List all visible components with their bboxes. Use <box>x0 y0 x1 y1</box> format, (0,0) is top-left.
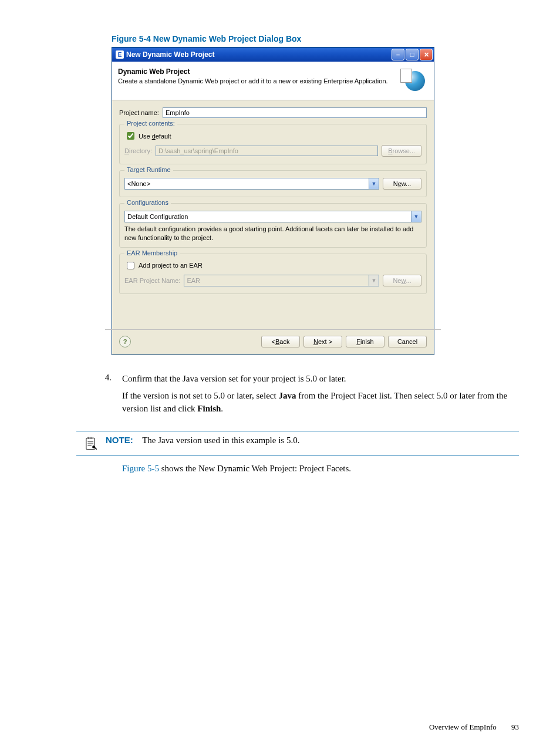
new-runtime-button[interactable]: New... <box>383 178 421 190</box>
target-runtime-legend: Target Runtime <box>124 166 173 173</box>
dialog-window: E New Dynamic Web Project – □ ✕ Dynamic … <box>112 47 434 355</box>
configuration-value: Default Configuration <box>127 213 188 220</box>
project-name-label: Project name: <box>119 109 159 116</box>
configuration-combo[interactable]: Default Configuration ▼ <box>124 211 421 222</box>
chevron-down-icon: ▼ <box>369 275 379 286</box>
ear-name-combo: EAR ▼ <box>184 275 379 286</box>
dialog-button-row: ? < Back Next > Finish Cancel <box>112 330 434 355</box>
minimize-button[interactable]: – <box>392 49 404 60</box>
runtime-value: <None> <box>127 180 150 187</box>
help-icon[interactable]: ? <box>119 336 131 347</box>
browse-button: Browse... <box>382 145 421 157</box>
chevron-down-icon[interactable]: ▼ <box>411 211 421 222</box>
footer-page-number: 93 <box>511 723 519 731</box>
dialog-banner: Dynamic Web Project Create a standalone … <box>112 62 434 100</box>
runtime-combo[interactable]: <None> ▼ <box>124 178 379 190</box>
configuration-description: The default configuration provides a goo… <box>124 225 421 242</box>
directory-input <box>156 146 378 156</box>
note-icon <box>76 435 106 451</box>
back-button[interactable]: < Back <box>261 336 300 347</box>
new-ear-button: New... <box>383 275 421 286</box>
project-contents-legend: Project contents: <box>124 120 177 127</box>
title-bar: E New Dynamic Web Project – □ ✕ <box>112 48 434 62</box>
step-line-2: If the version is not set to 5.0 or late… <box>122 390 519 416</box>
step-number: 4. <box>76 373 122 383</box>
step-4: 4. Confirm that the Java version set for… <box>76 373 519 420</box>
ear-name-value: EAR <box>187 277 200 284</box>
add-to-ear-checkbox[interactable] <box>127 262 134 269</box>
app-icon: E <box>116 50 124 59</box>
ear-membership-group: EAR Membership Add project to an EAR EAR… <box>119 254 427 294</box>
use-default-checkbox[interactable] <box>127 132 134 140</box>
note-block: NOTE: The Java version used in this exam… <box>76 431 519 455</box>
next-button[interactable]: Next > <box>303 336 342 347</box>
project-name-input[interactable] <box>163 107 427 118</box>
page-footer: Overview of EmpInfo 93 <box>429 723 519 732</box>
add-to-ear-label: Add project to an EAR <box>139 262 203 269</box>
ear-name-label: EAR Project Name: <box>124 277 180 284</box>
step-line-1: Confirm that the Java version set for yo… <box>122 373 519 386</box>
figure-caption: Figure 5-4 New Dynamic Web Project Dialo… <box>112 34 519 43</box>
close-button[interactable]: ✕ <box>420 49 433 60</box>
configurations-legend: Configurations <box>124 199 171 206</box>
note-label: NOTE: <box>106 435 133 445</box>
finish-button[interactable]: Finish <box>346 336 384 347</box>
note-text: The Java version used in this example is… <box>142 436 299 445</box>
ear-membership-legend: EAR Membership <box>124 249 180 256</box>
target-runtime-group: Target Runtime <None> ▼ New... <box>119 170 427 197</box>
chevron-down-icon[interactable]: ▼ <box>369 178 379 189</box>
maximize-button[interactable]: □ <box>406 49 419 60</box>
window-title: New Dynamic Web Project <box>126 50 392 59</box>
use-default-label: Use default <box>139 133 171 140</box>
footer-section: Overview of EmpInfo <box>429 723 497 731</box>
globe-icon <box>405 71 425 91</box>
banner-title: Dynamic Web Project <box>118 67 402 76</box>
configurations-group: Configurations Default Configuration ▼ T… <box>119 203 427 248</box>
directory-label: Directory: <box>124 147 152 154</box>
figure-reference-line: Figure 5-5 shows the New Dynamic Web Pro… <box>122 464 519 474</box>
figure-5-5-link[interactable]: Figure 5-5 <box>122 464 159 473</box>
banner-icon <box>402 67 428 94</box>
project-contents-group: Project contents: Use default Directory:… <box>119 124 427 164</box>
cancel-button[interactable]: Cancel <box>388 336 427 347</box>
banner-description: Create a standalone Dynamic Web project … <box>118 77 402 85</box>
